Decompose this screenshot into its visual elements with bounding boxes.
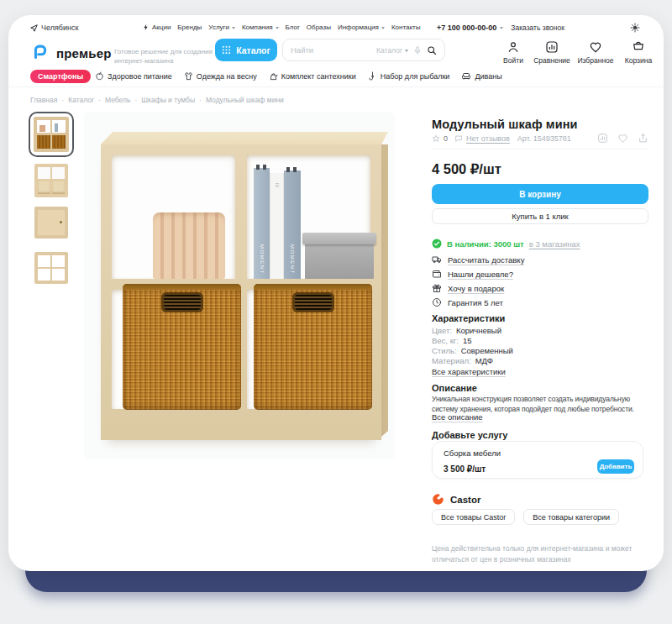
breadcrumb-current: Модульный шкаф мини	[206, 96, 284, 104]
thumbnail-4-image	[34, 252, 68, 284]
cart-button[interactable]: Корзина	[615, 40, 662, 65]
nav-kompaniya[interactable]: Компания	[242, 24, 279, 31]
compare-button[interactable]: Сравнение	[528, 40, 575, 65]
favorites-button[interactable]: Избранное	[572, 40, 619, 65]
all-specs-link[interactable]: Все характеристики	[432, 367, 648, 376]
theme-toggle[interactable]	[630, 23, 640, 33]
product-price: 4 500 ₽/шт	[432, 161, 648, 177]
user-icon	[507, 40, 520, 54]
nav-informaciya[interactable]: Информация	[338, 24, 385, 31]
thumbnail-1[interactable]	[29, 112, 74, 157]
nav-kontakty[interactable]: Контакты	[391, 24, 421, 31]
thumbnail-3[interactable]	[30, 207, 72, 239]
logo-icon[interactable]	[30, 42, 50, 62]
nav-akcii[interactable]: Акции	[143, 24, 171, 31]
service-add-button[interactable]: Добавить	[597, 459, 634, 474]
breadcrumb-furniture[interactable]: Мебель	[105, 96, 130, 104]
all-category-products-button[interactable]: Все товары категории	[523, 509, 619, 525]
truck-icon	[432, 254, 442, 265]
top-nav: Акции Бренды Услуги Компания Блог Образы…	[143, 24, 420, 31]
brand-row[interactable]: Castor	[432, 493, 648, 506]
spec-row-material: Материал:МДФ	[432, 356, 648, 365]
delivery-link[interactable]: Рассчитать доставку	[432, 254, 648, 265]
chat-bubble-icon	[454, 134, 463, 143]
chevron-down-icon	[405, 50, 408, 52]
search-icon[interactable]	[427, 45, 437, 55]
product-title: Модульный шкаф мини	[432, 118, 648, 131]
search-scope-dropdown[interactable]: Каталог	[376, 46, 408, 55]
compare-icon[interactable]	[597, 133, 608, 144]
breadcrumb-cabinets[interactable]: Шкафы и тумбы	[141, 96, 195, 104]
specs-header: Характеристики	[432, 313, 648, 323]
grid-icon	[222, 45, 231, 55]
spec-row-color: Цвет:Коричневый	[432, 326, 648, 335]
category-healthy-food[interactable]: Здоровое питание	[95, 71, 172, 81]
service-price: 3 500 ₽/шт	[444, 464, 486, 474]
nav-uslugi[interactable]: Услуги	[208, 24, 235, 31]
kettle-icon	[269, 71, 278, 81]
clock-icon	[432, 297, 442, 307]
search-input[interactable]: Найти	[291, 45, 371, 55]
wicker-basket-right	[254, 284, 372, 410]
all-brand-products-button[interactable]: Все товары Castor	[432, 509, 515, 525]
category-sofas[interactable]: Диваны	[461, 71, 501, 81]
book-spine-right: MOMENT	[284, 170, 301, 279]
heart-icon	[589, 40, 602, 54]
service-card: Сборка мебели 3 500 ₽/шт Добавить	[432, 441, 643, 479]
apple-icon	[95, 71, 104, 81]
shelf-side-face	[381, 144, 388, 437]
nav-blog[interactable]: Блог	[286, 24, 300, 31]
buy-one-click-button[interactable]: Купить в 1 клик	[432, 208, 648, 224]
found-cheaper-link[interactable]: Нашли дешевле?	[432, 269, 648, 279]
location-icon	[30, 24, 38, 32]
check-circle-icon	[432, 239, 442, 249]
stores-link[interactable]: в 3 магазинах	[529, 239, 580, 249]
gray-box	[305, 241, 374, 279]
sun-icon	[630, 23, 640, 33]
chevron-down-icon	[500, 27, 503, 29]
thumbnail-2-image	[34, 164, 68, 197]
brand-buttons: Все товары Castor Все товары категории	[432, 509, 648, 525]
shelf-top-face	[101, 132, 388, 144]
quick-categories: Здоровое питание Одежда на весну Комплек…	[95, 69, 502, 83]
add-to-cart-button[interactable]: В корзину	[432, 184, 648, 204]
price-disclaimer: Цена действительна только для интернет-м…	[432, 543, 648, 564]
thumbnail-2[interactable]	[30, 164, 72, 197]
tagline: Готовое решение для созданияинтернет-маг…	[114, 48, 215, 66]
nav-brendy[interactable]: Бренды	[177, 24, 202, 31]
logo-text[interactable]: премьер	[56, 46, 112, 60]
breadcrumb-home[interactable]: Главная	[30, 96, 57, 104]
heart-icon[interactable]	[617, 133, 628, 144]
share-icon[interactable]	[638, 133, 648, 144]
catalog-button[interactable]: Каталог	[215, 39, 277, 61]
star-icon	[432, 134, 440, 143]
thumbnail-3-image	[34, 207, 68, 239]
category-fishing-kit[interactable]: Набор для рыбалки	[368, 71, 450, 81]
nav-obrazy[interactable]: Образы	[307, 24, 331, 31]
reviews-link[interactable]: Нет отзывов	[466, 134, 510, 143]
category-pill-smartphones[interactable]: Смартфоны	[30, 70, 91, 83]
fishing-icon	[368, 71, 377, 81]
thumbnail-4[interactable]	[30, 252, 72, 284]
description-text: Уникальная конструкция позволяет создать…	[432, 394, 648, 414]
call-request-link[interactable]: Заказать звонок	[511, 24, 564, 32]
city-selector[interactable]: Челябинск	[30, 24, 78, 32]
product-image[interactable]: MOMENT III MOMENT	[84, 112, 395, 459]
category-plumbing-kit[interactable]: Комплект сантехники	[269, 71, 356, 81]
book-spine-left: MOMENT	[254, 168, 270, 279]
spec-row-style: Стиль:Современный	[432, 346, 648, 355]
all-description-link[interactable]: Все описание	[432, 412, 648, 422]
gift-link[interactable]: Хочу в подарок	[432, 283, 648, 293]
breadcrumb: Главная· Каталог· Мебель· Шкафы и тумбы·…	[30, 96, 284, 104]
search-bar[interactable]: Найти Каталог	[282, 39, 445, 61]
breadcrumb-catalog[interactable]: Каталог	[68, 96, 94, 104]
sku: Арт. 154935781	[517, 134, 571, 143]
spec-row-weight: Вес, кг:15	[432, 336, 648, 345]
wicker-basket-left	[123, 284, 241, 410]
pleated-box	[153, 212, 225, 279]
category-spring-clothes[interactable]: Одежда на весну	[184, 71, 257, 81]
phone-number[interactable]: +7 100 000-00-00	[437, 24, 503, 32]
book-spine-middle: III	[270, 173, 284, 279]
bolt-icon	[143, 24, 150, 31]
mic-icon[interactable]	[413, 45, 422, 55]
